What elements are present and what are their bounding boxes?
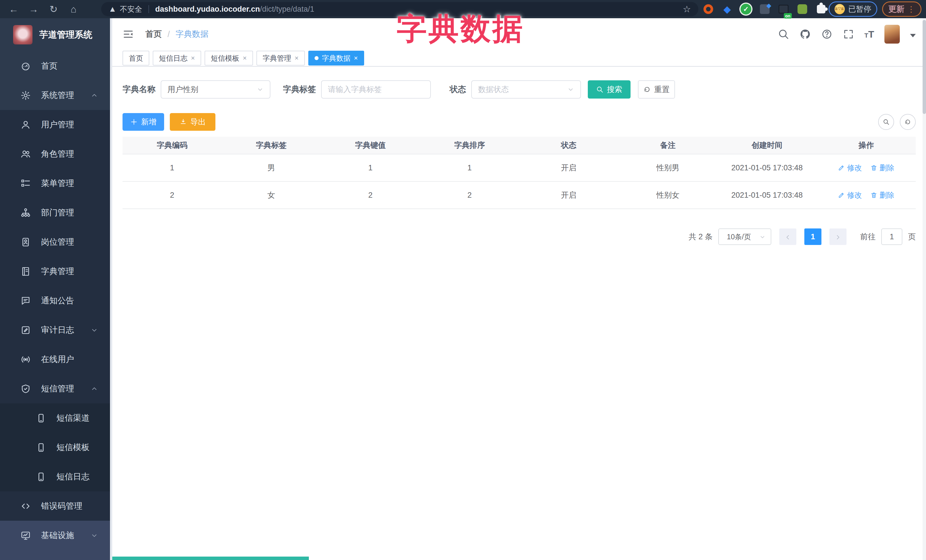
extension-icon[interactable] xyxy=(702,3,714,15)
url-path: /dict/type/data/1 xyxy=(260,5,314,14)
extension-icon[interactable]: ◆ xyxy=(721,3,733,15)
app-logo[interactable]: 芋道管理系统 xyxy=(0,18,112,51)
add-button[interactable]: 新增 xyxy=(123,113,164,131)
bookmark-star-icon[interactable]: ☆ xyxy=(683,4,691,15)
toggle-search-button[interactable] xyxy=(878,114,894,130)
tab-短信日志[interactable]: 短信日志× xyxy=(153,51,201,65)
security-label[interactable]: 不安全 xyxy=(120,4,142,14)
sidebar-scrollbar[interactable] xyxy=(110,18,112,560)
extension-icon[interactable]: ✓ xyxy=(740,3,752,15)
dict-name-select[interactable]: 用户性别 xyxy=(161,80,270,98)
page-unit-label: 页 xyxy=(908,232,916,242)
sidebar-item-字典管理[interactable]: 字典管理 xyxy=(0,257,110,286)
sidebar-item-label: 短信模板 xyxy=(56,442,89,453)
sidebar-item-通知公告[interactable]: 通知公告 xyxy=(0,286,110,315)
delete-link[interactable]: 删除 xyxy=(870,163,894,173)
page-button-1[interactable]: 1 xyxy=(804,228,822,245)
breadcrumb-separator: / xyxy=(168,30,170,39)
sidebar-item-审计日志[interactable]: 审计日志 xyxy=(0,315,110,345)
back-icon[interactable]: ← xyxy=(8,4,20,15)
sidebar-item-错误码管理[interactable]: 错误码管理 xyxy=(0,491,110,521)
book-icon xyxy=(21,266,31,276)
refresh-table-button[interactable] xyxy=(900,114,916,130)
fullscreen-icon[interactable] xyxy=(843,29,854,40)
puzzle-extensions-icon[interactable] xyxy=(815,3,827,15)
sidebar-item-短信管理[interactable]: 短信管理 xyxy=(0,374,110,403)
close-tab-icon[interactable]: × xyxy=(191,54,195,62)
action-label: 删除 xyxy=(879,163,894,173)
logo-image xyxy=(13,25,32,44)
update-browser-button[interactable]: 更新 ⋮ xyxy=(882,2,921,17)
reload-icon[interactable]: ↻ xyxy=(47,3,60,15)
sidebar-item-短信日志[interactable]: 短信日志 xyxy=(0,462,110,491)
delete-link[interactable]: 删除 xyxy=(870,190,894,200)
app-title: 芋道管理系统 xyxy=(39,29,92,41)
sidebar-item-label: 错误码管理 xyxy=(41,500,82,512)
sidebar-item-系统管理[interactable]: 系统管理 xyxy=(0,81,110,110)
tab-label: 字典管理 xyxy=(263,54,291,63)
main-area: 首页 / 字典数据 TT 首页短信日志×短信模板×字典管理×字典数据× 字典名称… xyxy=(112,18,926,560)
online-icon xyxy=(21,354,31,365)
reset-button[interactable]: 重置 xyxy=(638,80,675,98)
add-button-label: 新增 xyxy=(141,117,156,127)
goto-page-input[interactable] xyxy=(881,228,902,245)
close-tab-icon[interactable]: × xyxy=(354,54,358,62)
browser-menu-dots-icon[interactable]: ⋮ xyxy=(907,5,915,14)
sidebar-item-菜单管理[interactable]: 菜单管理 xyxy=(0,169,110,198)
close-tab-icon[interactable]: × xyxy=(295,54,299,62)
extension-icon[interactable] xyxy=(759,3,771,15)
github-icon[interactable] xyxy=(799,29,811,40)
forward-icon[interactable]: → xyxy=(27,4,40,15)
chevron-down-icon xyxy=(91,532,98,539)
tab-label: 短信模板 xyxy=(211,54,239,63)
sidebar-item-短信渠道[interactable]: 短信渠道 xyxy=(0,403,110,433)
prev-page-button[interactable] xyxy=(779,228,796,245)
menu-list-icon xyxy=(21,178,31,189)
tab-首页[interactable]: 首页 xyxy=(123,51,149,65)
sidebar-item-label: 通知公告 xyxy=(41,295,74,306)
cell-sort: 1 xyxy=(420,154,519,181)
collapse-sidebar-icon[interactable] xyxy=(123,29,134,40)
edit-link[interactable]: 修改 xyxy=(838,163,862,173)
sidebar-item-部门管理[interactable]: 部门管理 xyxy=(0,198,110,227)
user-avatar[interactable] xyxy=(884,25,900,44)
profile-paused-badge[interactable]: 已暂停 xyxy=(829,2,877,17)
shield-icon xyxy=(21,384,31,394)
dict-name-value: 用户性别 xyxy=(168,84,198,95)
status-label: 状态 xyxy=(449,84,466,95)
page-size-select[interactable]: 10条/页 xyxy=(718,228,771,245)
sidebar-item-角色管理[interactable]: 角色管理 xyxy=(0,139,110,169)
search-icon[interactable] xyxy=(778,29,789,40)
dict-label-input[interactable] xyxy=(321,80,431,98)
extension-icon[interactable]: on xyxy=(778,3,790,15)
sidebar-item-短信模板[interactable]: 短信模板 xyxy=(0,433,110,462)
close-tab-icon[interactable]: × xyxy=(243,54,247,62)
cell-created: 2021-01-05 17:03:48 xyxy=(717,182,817,208)
search-button[interactable]: 搜索 xyxy=(588,80,631,98)
breadcrumb-home[interactable]: 首页 xyxy=(145,29,162,40)
home-icon[interactable]: ⌂ xyxy=(67,4,80,15)
sidebar-item-首页[interactable]: 首页 xyxy=(0,51,110,81)
extension-icon[interactable] xyxy=(796,3,808,15)
horizontal-scrollbar-thumb[interactable] xyxy=(112,557,309,560)
tab-短信模板[interactable]: 短信模板× xyxy=(204,51,253,65)
refresh-icon xyxy=(904,118,911,125)
next-page-button[interactable] xyxy=(829,228,846,245)
sidebar-item-用户管理[interactable]: 用户管理 xyxy=(0,110,110,139)
page-scrollbar[interactable] xyxy=(923,18,926,560)
sidebar-item-岗位管理[interactable]: 岗位管理 xyxy=(0,227,110,257)
export-button[interactable]: 导出 xyxy=(170,113,215,131)
column-header: 字典编码 xyxy=(123,137,222,154)
paused-label: 已暂停 xyxy=(848,4,871,14)
edit-link[interactable]: 修改 xyxy=(838,190,862,200)
tab-字典数据[interactable]: 字典数据× xyxy=(308,51,364,65)
chevron-down-icon[interactable] xyxy=(910,34,916,37)
dict-name-label: 字典名称 xyxy=(123,84,156,95)
sidebar-item-基础设施[interactable]: 基础设施 xyxy=(0,521,110,550)
tab-label: 字典数据 xyxy=(322,54,351,63)
sidebar-item-在线用户[interactable]: 在线用户 xyxy=(0,345,110,374)
status-select[interactable]: 数据状态 xyxy=(471,80,581,98)
font-size-icon[interactable]: TT xyxy=(864,29,874,40)
help-icon[interactable] xyxy=(821,29,832,40)
tab-字典管理[interactable]: 字典管理× xyxy=(256,51,305,65)
